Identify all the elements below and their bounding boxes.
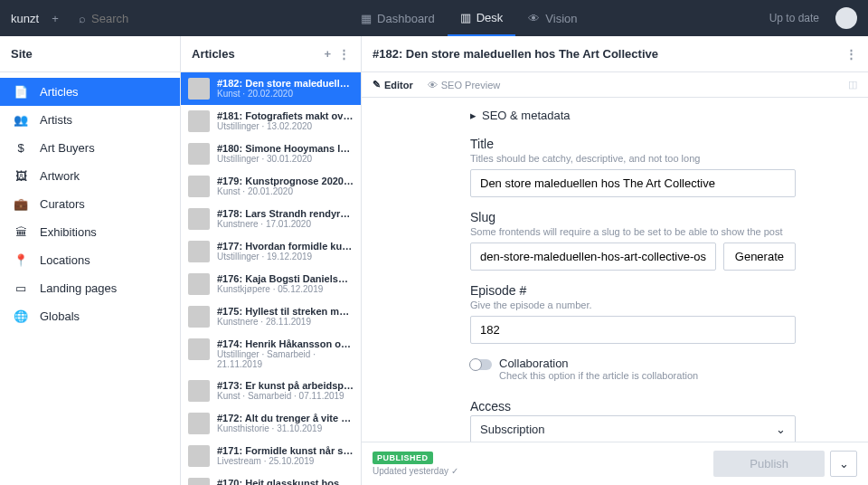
search-input[interactable] [91,12,243,25]
article-title: #179: Kunstprognose 2020 | KUN... [217,176,354,186]
chevron-right-icon: ▸ [470,109,476,122]
article-item[interactable]: #174: Henrik Håkansson om natur ...Utsti… [181,333,361,375]
article-meta: Kunsthistorie · 31.10.2019 [217,423,354,433]
seo-expand[interactable]: ▸SEO & metadata [470,109,868,122]
article-meta: Utstillinger · 19.12.2019 [217,252,354,262]
avatar[interactable] [835,7,857,29]
doc-more-icon[interactable]: ⋮ [845,47,857,61]
article-item[interactable]: #177: Hvordan formidle kunst til b...Uts… [181,235,361,268]
sidebar-label: Locations [40,253,90,267]
sidebar-label: Art Buyers [40,141,95,155]
article-item[interactable]: #179: Kunstprognose 2020 | KUN...Kunst ·… [181,170,361,203]
sidebar-title: Site [11,47,33,61]
article-item[interactable]: #171: Formidle kunst når sex og sk...Liv… [181,440,361,472]
title-hint: Titles should be catchy, descriptive, an… [470,153,796,164]
sidebar-icon: 👥 [13,113,29,127]
article-title: #170: Heit glasskunst hos S12 Gall... [217,478,354,485]
article-item[interactable]: #182: Den store maleduellen hos …Kunst ·… [181,72,361,105]
sidebar-icon: 📍 [13,253,29,267]
article-thumb [188,478,210,485]
collab-hint: Check this option if the article is coll… [499,370,698,381]
episode-label: Episode # [470,283,796,298]
generate-button[interactable]: Generate [723,242,796,271]
article-item[interactable]: #175: Hyllest til streken med Kay ...Kun… [181,300,361,333]
article-meta: Kunst · 20.01.2020 [217,186,354,196]
article-thumb [188,413,210,434]
access-select[interactable]: Subscription⌄ [470,415,796,442]
search-icon: ⌕ [79,12,86,25]
article-thumb [188,338,210,360]
sidebar: Site 📄Articles👥Artists$Art Buyers🖼Artwor… [0,36,181,485]
article-title: #174: Henrik Håkansson om natur ... [217,338,354,349]
doc-title: #182: Den store maleduellen hos The Art … [373,47,658,61]
article-title: #175: Hyllest til streken med Kay ... [217,306,354,317]
article-item[interactable]: #173: Er kunst på arbeidsplassen ...Kuns… [181,375,361,407]
article-item[interactable]: #172: Alt du trenger å vite om Dad...Kun… [181,407,361,440]
article-meta: Kunstkjøpere · 05.12.2019 [217,284,354,294]
title-label: Title [470,137,796,151]
articles-title: Articles [192,47,235,61]
article-meta: Kunst · 20.02.2020 [217,89,354,99]
slug-input[interactable] [470,242,716,271]
sidebar-label: Articles [40,85,79,99]
article-title: #182: Den store maleduellen hos … [217,78,354,89]
article-thumb [188,176,210,197]
sync-status: Up to date [769,12,819,24]
article-item[interactable]: #180: Simone Hooymans lager ani...Utstil… [181,138,361,170]
pencil-icon: ✎ [373,79,381,90]
more-icon[interactable]: ⋮ [338,47,350,61]
article-item[interactable]: #178: Lars Strandh rendyrker farg...Kuns… [181,203,361,235]
sidebar-item-landing-pages[interactable]: ▭Landing pages [0,274,180,302]
title-input[interactable] [470,169,796,197]
sidebar-label: Artists [40,113,72,127]
sidebar-icon: $ [13,141,29,155]
sidebar-label: Artwork [40,169,80,183]
sidebar-item-exhibitions[interactable]: 🏛Exhibitions [0,218,180,246]
article-thumb [188,208,210,230]
nav-dashboard[interactable]: ▦Dashboard [348,0,448,36]
episode-input[interactable] [470,316,796,344]
publish-button[interactable]: Publish [713,451,825,477]
sidebar-item-articles[interactable]: 📄Articles [0,78,180,106]
sidebar-item-globals[interactable]: 🌐Globals [0,302,180,330]
sidebar-item-locations[interactable]: 📍Locations [0,246,180,274]
article-title: #172: Alt du trenger å vite om Dad... [217,413,354,423]
sidebar-icon: 🖼 [13,169,29,183]
add-article-icon[interactable]: + [324,47,331,61]
chevron-down-icon: ⌄ [839,457,849,471]
sidebar-item-artwork[interactable]: 🖼Artwork [0,162,180,190]
article-title: #177: Hvordan formidle kunst til b... [217,241,354,252]
article-title: #181: Fotografiets makt over kuns... [217,110,354,121]
sidebar-item-curators[interactable]: 💼Curators [0,190,180,218]
sidebar-item-art-buyers[interactable]: $Art Buyers [0,134,180,162]
tab-seo[interactable]: 👁SEO Preview [428,80,500,90]
article-meta: Kunst · Samarbeid · 07.11.2019 [217,391,354,401]
sidebar-label: Curators [40,197,85,211]
publish-dropdown[interactable]: ⌄ [830,451,857,477]
collab-label: Collaboration [499,357,698,370]
sidebar-item-artists[interactable]: 👥Artists [0,106,180,134]
chevron-down-icon: ⌄ [776,423,786,436]
sidebar-icon: ▭ [13,281,29,295]
nav-vision[interactable]: 👁Vision [515,0,590,36]
add-icon[interactable]: + [46,9,64,27]
nav-desk[interactable]: ▥Desk [448,0,516,36]
article-thumb [188,273,210,295]
article-title: #180: Simone Hooymans lager ani... [217,143,354,154]
tab-editor[interactable]: ✎Editor [373,79,413,90]
dashboard-icon: ▦ [361,12,372,25]
sidebar-icon: 🏛 [13,225,29,239]
desk-icon: ▥ [460,11,471,24]
slug-hint: Some frontends will require a slug to be… [470,226,796,237]
article-item[interactable]: #176: Kaja Bogsti Danielsen har sa...Kun… [181,268,361,300]
sidebar-icon: 💼 [13,197,29,211]
article-title: #176: Kaja Bogsti Danielsen har sa... [217,273,354,284]
collab-toggle[interactable] [470,359,492,370]
article-item[interactable]: #170: Heit glasskunst hos S12 Gall...Kun… [181,472,361,485]
slug-label: Slug [470,210,796,224]
article-item[interactable]: #181: Fotografiets makt over kuns...Utst… [181,105,361,138]
eye-icon: 👁 [428,80,438,90]
article-meta: Utstillinger · 13.02.2020 [217,121,354,131]
search-box[interactable]: ⌕ [71,8,250,29]
split-view-icon[interactable]: ◫ [848,79,857,90]
